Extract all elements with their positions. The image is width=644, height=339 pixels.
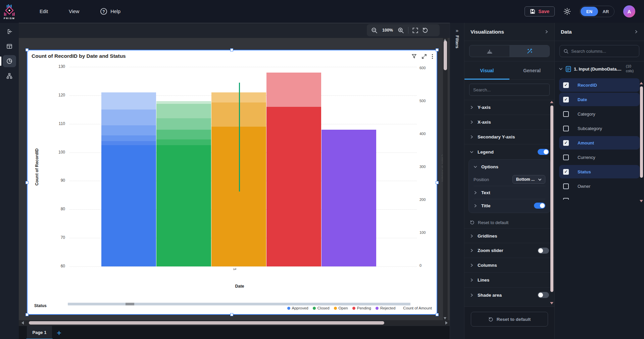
- legend-toggle[interactable]: [538, 149, 549, 155]
- viz-search[interactable]: [469, 84, 550, 96]
- viz-panel-scrollbar[interactable]: [550, 101, 554, 304]
- collapse-data-panel-icon[interactable]: [634, 30, 638, 34]
- column-row-category[interactable]: Category: [559, 107, 640, 121]
- section-legend[interactable]: Legend: [464, 144, 554, 159]
- legend-item-open[interactable]: Open: [334, 306, 348, 310]
- collapse-panel-icon[interactable]: [3, 26, 16, 38]
- avatar[interactable]: A: [623, 5, 635, 17]
- bar-pending[interactable]: [266, 73, 321, 266]
- data-scrollbar-thumb[interactable]: [640, 86, 643, 178]
- checkbox-owner[interactable]: [563, 183, 569, 189]
- position-select[interactable]: Bottom ...: [512, 175, 545, 184]
- dataset-tree-item[interactable]: 1. Input (DumboData.... (10 cols): [555, 61, 644, 76]
- menu-edit[interactable]: Edit: [40, 9, 48, 14]
- checkbox-status[interactable]: ✓: [563, 169, 569, 175]
- scroll-left-arrow-icon[interactable]: [21, 321, 24, 325]
- resize-handle-ne[interactable]: [436, 48, 439, 51]
- chart-view-icon[interactable]: [3, 55, 16, 67]
- expand-chart-icon[interactable]: [422, 54, 427, 59]
- bar-closed[interactable]: [156, 101, 211, 266]
- resize-handle-w[interactable]: [26, 181, 29, 184]
- viz-search-input[interactable]: [473, 87, 546, 92]
- section-title[interactable]: Title: [469, 199, 550, 212]
- legend-item-rejected[interactable]: Rejected: [376, 306, 395, 310]
- horizontal-scrollbar[interactable]: [19, 320, 450, 326]
- standard-chart-mode-button[interactable]: [469, 45, 509, 57]
- legend-scrollbar-thumb[interactable]: [126, 303, 134, 305]
- column-row-subcategory[interactable]: Subcategory: [559, 122, 640, 135]
- section-options[interactable]: Options: [469, 160, 550, 173]
- shade-area-toggle[interactable]: [538, 292, 549, 298]
- scroll-right-arrow-icon[interactable]: [445, 321, 448, 325]
- scroll-down-arrow-icon[interactable]: [550, 302, 553, 304]
- collapse-visualizations-icon[interactable]: [545, 30, 548, 34]
- column-row-recordid[interactable]: ✓RecordID: [559, 78, 640, 92]
- column-row-date[interactable]: ✓Date: [559, 93, 640, 106]
- add-page-button[interactable]: +: [52, 326, 66, 339]
- resize-handle-s[interactable]: [230, 313, 233, 316]
- column-row-status[interactable]: ✓Status: [559, 165, 640, 178]
- bar-approved[interactable]: [101, 92, 156, 266]
- legend-item-approved[interactable]: Approved: [287, 306, 308, 310]
- tab-visual[interactable]: Visual: [464, 61, 509, 79]
- filters-collapsed-panel[interactable]: » Filters: [450, 23, 464, 339]
- menu-help[interactable]: ? Help: [100, 8, 120, 15]
- scroll-up-arrow-icon[interactable]: [550, 101, 553, 103]
- language-toggle[interactable]: EN AR: [580, 6, 614, 17]
- reset-view-icon[interactable]: [422, 27, 428, 33]
- section-columns[interactable]: Columns: [464, 258, 554, 273]
- column-row-currency[interactable]: Currency: [559, 151, 640, 164]
- menu-view[interactable]: View: [69, 9, 79, 14]
- zoom-slider-toggle[interactable]: [538, 248, 549, 254]
- checkbox-amount[interactable]: ✓: [563, 140, 569, 146]
- fullscreen-icon[interactable]: [412, 28, 418, 33]
- resize-handle-sw[interactable]: [26, 313, 29, 316]
- section-y-axis[interactable]: Y-axis: [464, 100, 554, 115]
- checkbox-date[interactable]: ✓: [563, 97, 569, 102]
- checkbox-currency[interactable]: [563, 155, 569, 160]
- legend-item-pending[interactable]: Pending: [352, 306, 371, 310]
- resize-handle-n[interactable]: [230, 48, 233, 51]
- reset-to-default-button[interactable]: Reset to default: [471, 312, 548, 327]
- section-x-axis[interactable]: X-axis: [464, 115, 554, 130]
- expand-filters-icon[interactable]: »: [450, 28, 464, 33]
- tab-general[interactable]: General: [509, 61, 554, 79]
- legend-item-count-of-amount[interactable]: Count of Amount: [403, 306, 432, 310]
- scroll-down-arrow-icon[interactable]: [444, 317, 446, 320]
- flow-view-icon[interactable]: [3, 70, 16, 82]
- tab-page-1[interactable]: Page 1: [27, 326, 52, 339]
- count-of-amount-line[interactable]: [239, 83, 240, 192]
- section-shade-area[interactable]: Shade area: [464, 288, 554, 302]
- lang-en-button[interactable]: EN: [581, 7, 598, 16]
- zoom-out-icon[interactable]: [371, 27, 378, 34]
- title-toggle[interactable]: [534, 203, 545, 209]
- column-search-input[interactable]: [571, 49, 635, 54]
- layout-view-icon[interactable]: [3, 40, 16, 52]
- zoom-in-icon[interactable]: [398, 27, 404, 34]
- bar-rejected[interactable]: [321, 130, 376, 266]
- section-lines[interactable]: Lines: [464, 273, 554, 288]
- filter-funnel-icon[interactable]: [411, 54, 417, 59]
- resize-handle-se[interactable]: [436, 313, 439, 316]
- column-row-owner[interactable]: Owner: [559, 179, 640, 193]
- horizontal-scrollbar-thumb[interactable]: [29, 321, 384, 325]
- lang-ar-button[interactable]: AR: [598, 9, 613, 14]
- resize-handle-e[interactable]: [436, 181, 439, 184]
- checkbox-category[interactable]: [563, 111, 569, 117]
- checkbox-subcategory[interactable]: [563, 126, 569, 131]
- section-secondary-y-axis[interactable]: Secondary Y-axis: [464, 130, 554, 144]
- smart-visual-mode-button[interactable]: [509, 45, 549, 57]
- section-zoom-slider[interactable]: Zoom slider: [464, 243, 554, 258]
- viz-scrollbar-thumb[interactable]: [550, 105, 553, 292]
- data-panel-scrollbar[interactable]: [640, 82, 643, 202]
- chart-widget[interactable]: Count of RecordID by Date and Status Cou…: [27, 50, 437, 315]
- legend-reset-link[interactable]: Reset to default: [464, 216, 554, 228]
- save-button[interactable]: Save: [525, 6, 555, 16]
- vertical-scrollbar-thumb[interactable]: [444, 41, 447, 70]
- legend-scrollbar[interactable]: [68, 303, 410, 305]
- theme-sun-icon[interactable]: [563, 8, 571, 15]
- checkbox-recordid[interactable]: ✓: [563, 82, 569, 88]
- section-text[interactable]: Text: [469, 186, 550, 199]
- resize-handle-nw[interactable]: [26, 48, 29, 51]
- section-gridlines[interactable]: Gridlines: [464, 228, 554, 243]
